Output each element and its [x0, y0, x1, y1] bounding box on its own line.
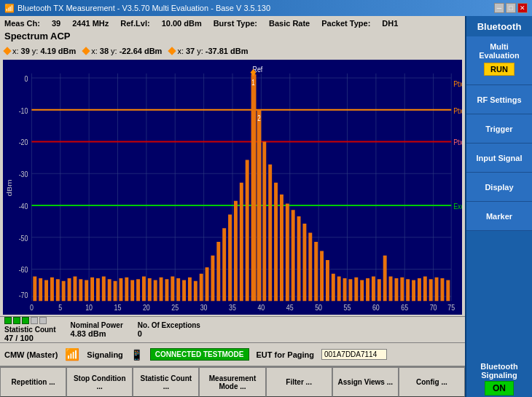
config-button[interactable]: Config ...: [399, 367, 465, 397]
svg-rect-68: [96, 278, 100, 301]
signaling-bar: CMW (Master) 📶 Signaling 📱 CONNECTED TES…: [0, 342, 465, 366]
burst-type-label: Burst Type:: [214, 19, 257, 28]
svg-rect-83: [182, 280, 186, 302]
svg-rect-97: [257, 110, 261, 302]
svg-text:0: 0: [25, 74, 28, 83]
spectrum-label: Spectrum ACP: [0, 31, 465, 44]
svg-text:-40: -40: [19, 202, 28, 211]
spectrum-chart: 0 -10 -20 -30 -40 -50 -60 -70 dBm 0 5 10…: [3, 60, 462, 315]
sidebar-header: Bluetooth: [466, 16, 532, 36]
svg-rect-126: [418, 278, 421, 301]
sidebar-rf-settings[interactable]: RF Settings: [466, 85, 532, 114]
marker-3-icon: [168, 47, 176, 55]
right-sidebar: Bluetooth Multi Evaluation RUN RF Settin…: [465, 16, 532, 397]
sidebar-display[interactable]: Display: [466, 173, 532, 202]
svg-text:5: 5: [58, 303, 62, 312]
svg-rect-59: [44, 280, 48, 302]
no-exceptions-label: No. Of Exceptions: [138, 321, 200, 329]
svg-rect-66: [85, 280, 88, 302]
svg-rect-113: [343, 278, 347, 301]
svg-text:65: 65: [401, 303, 408, 312]
svg-rect-101: [274, 183, 278, 302]
marker-1-x-label: x:: [12, 47, 19, 55]
svg-rect-65: [79, 279, 82, 301]
svg-rect-122: [394, 278, 398, 301]
svg-rect-119: [378, 279, 381, 301]
svg-rect-115: [354, 278, 358, 302]
marker-1-y-label: y:: [32, 47, 39, 55]
svg-rect-71: [114, 281, 117, 302]
statistic-count-label: Statistic Count: [4, 326, 56, 334]
close-button[interactable]: ✕: [517, 3, 528, 13]
svg-rect-61: [56, 279, 60, 301]
svg-rect-108: [314, 242, 318, 301]
stats-bar: Statistic Count 47 / 100 Nominal Power 4…: [0, 316, 465, 342]
svg-rect-123: [400, 278, 404, 302]
svg-rect-127: [423, 277, 427, 302]
title-icon: 📶: [4, 4, 15, 13]
svg-text:70: 70: [430, 303, 437, 312]
svg-rect-117: [366, 278, 369, 301]
measurement-mode-button[interactable]: Measurement Mode ...: [199, 367, 265, 397]
svg-text:Ptx: Ptx: [453, 106, 462, 115]
svg-text:60: 60: [372, 303, 380, 312]
packet-type-label: Packet Type:: [321, 19, 370, 28]
svg-rect-124: [406, 279, 410, 301]
sidebar-marker[interactable]: Marker: [466, 202, 532, 231]
svg-rect-85: [194, 281, 197, 302]
sidebar-trigger[interactable]: Trigger: [466, 114, 532, 144]
minimize-button[interactable]: ─: [494, 3, 504, 13]
svg-rect-79: [160, 278, 163, 302]
svg-rect-63: [68, 278, 71, 301]
dot-2: [13, 317, 20, 324]
svg-rect-89: [216, 242, 220, 301]
svg-text:45: 45: [286, 303, 294, 312]
statistic-count-value: 47 / 100: [4, 334, 56, 342]
no-exceptions-group: No. Of Exceptions 0: [138, 321, 200, 338]
eut-input[interactable]: [321, 349, 387, 360]
signal-icon: 📶: [65, 347, 79, 361]
marker-3-x-label: x:: [177, 47, 184, 55]
svg-rect-105: [297, 216, 301, 301]
maximize-button[interactable]: □: [506, 3, 516, 13]
svg-text:0: 0: [30, 303, 34, 312]
dot-4: [31, 317, 38, 324]
svg-rect-60: [50, 278, 54, 302]
svg-rect-76: [142, 277, 146, 302]
marker-2-icon: [82, 47, 90, 55]
svg-text:-20: -20: [19, 138, 28, 147]
filter-button[interactable]: Filter ...: [266, 367, 332, 397]
svg-rect-121: [389, 277, 393, 302]
eut-label: EUT for Paging: [257, 350, 314, 359]
freq-value: 2441 MHz: [72, 19, 109, 28]
svg-rect-128: [429, 279, 433, 301]
marker-2-y-val: -22.64 dBm: [120, 47, 163, 55]
dot-3: [22, 317, 29, 324]
marker-1-y-val: 4.19 dBm: [40, 47, 76, 55]
svg-text:20: 20: [143, 303, 150, 312]
assign-views-button[interactable]: Assign Views ...: [332, 367, 399, 397]
svg-rect-93: [240, 183, 243, 302]
marker-2-y-label: y:: [111, 47, 117, 55]
repetition-button[interactable]: Repetition ...: [0, 367, 66, 397]
svg-rect-114: [348, 279, 352, 301]
sidebar-input-signal[interactable]: Input Signal: [466, 144, 532, 173]
statistic-count-button[interactable]: Statistic Count ...: [133, 367, 199, 397]
svg-text:1: 1: [251, 79, 254, 87]
stop-condition-button[interactable]: Stop Condition ...: [66, 367, 133, 397]
svg-text:-70: -70: [19, 291, 28, 300]
on-badge: ON: [485, 381, 514, 396]
svg-rect-77: [148, 278, 152, 301]
svg-rect-58: [39, 278, 42, 301]
run-badge: RUN: [484, 63, 515, 76]
packet-type-value: DH1: [382, 19, 398, 28]
svg-text:Exc.: Exc.: [453, 202, 462, 211]
no-exceptions-value: 0: [138, 329, 200, 338]
svg-text:-10: -10: [19, 106, 28, 115]
svg-rect-94: [246, 160, 249, 302]
nominal-power-label: Nominal Power: [71, 321, 123, 329]
sidebar-multi-eval[interactable]: Multi Evaluation RUN: [466, 36, 532, 85]
svg-text:40: 40: [257, 303, 265, 312]
svg-rect-67: [90, 278, 94, 302]
svg-rect-84: [188, 278, 192, 302]
